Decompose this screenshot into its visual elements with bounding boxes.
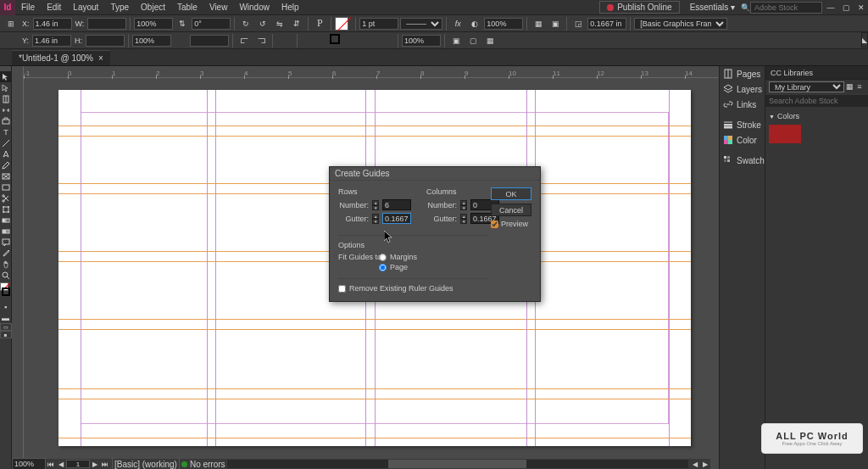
cols-number-stepper[interactable]: ▴▾ bbox=[460, 200, 467, 210]
cancel-button[interactable]: Cancel bbox=[491, 204, 531, 216]
menu-type[interactable]: Type bbox=[104, 3, 135, 12]
vertical-ruler[interactable] bbox=[12, 66, 24, 469]
menu-layout[interactable]: Layout bbox=[67, 3, 104, 12]
column-guide[interactable] bbox=[81, 90, 81, 446]
y-input[interactable] bbox=[32, 35, 71, 47]
column-guide[interactable] bbox=[207, 90, 208, 446]
rectangle-frame-tool[interactable] bbox=[0, 170, 12, 181]
selection-tool[interactable] bbox=[0, 71, 12, 82]
preview-checkbox[interactable]: Preview bbox=[491, 220, 531, 228]
control-bar-expand[interactable]: ◣ bbox=[861, 32, 868, 47]
library-menu-icon[interactable]: ≡ bbox=[854, 81, 865, 92]
library-add-icon[interactable]: ▦ bbox=[844, 81, 854, 92]
corner-radius-input[interactable] bbox=[587, 18, 626, 30]
corner-options[interactable]: ◲ bbox=[570, 17, 586, 31]
paragraph-tool[interactable]: P bbox=[312, 17, 327, 31]
zoom-tool[interactable] bbox=[0, 270, 12, 281]
scroll-right-button[interactable]: ▶ bbox=[700, 460, 710, 468]
constrain-scale[interactable]: ⇅ bbox=[175, 17, 190, 31]
gap-tool[interactable] bbox=[0, 104, 12, 115]
horizontal-ruler[interactable]: -101234567891011121314 bbox=[24, 66, 719, 78]
flip-v-button[interactable]: ⇵ bbox=[289, 17, 304, 31]
frame-fit-2[interactable]: ▢ bbox=[465, 34, 481, 47]
apply-color-button[interactable]: ▪ bbox=[0, 301, 12, 312]
publish-online-button[interactable]: Publish Online bbox=[599, 1, 679, 14]
page-number-input[interactable] bbox=[66, 460, 90, 468]
master-indicator[interactable]: [Basic] (working) bbox=[114, 460, 177, 469]
menu-window[interactable]: Window bbox=[233, 3, 275, 12]
ok-button[interactable]: OK bbox=[491, 187, 531, 200]
text-wrap-none[interactable]: ▦ bbox=[531, 17, 546, 31]
fit-page-radio[interactable] bbox=[379, 264, 387, 271]
opacity-input[interactable] bbox=[484, 18, 523, 30]
menu-edit[interactable]: Edit bbox=[41, 3, 67, 12]
menu-view[interactable]: View bbox=[203, 3, 234, 12]
panel-pages[interactable]: Pages bbox=[720, 66, 765, 81]
rotate-cw-button[interactable]: ↻ bbox=[238, 17, 253, 31]
apply-gradient-button[interactable]: ▬ bbox=[0, 312, 12, 323]
type-tool[interactable]: T bbox=[0, 126, 12, 137]
panel-swatches[interactable]: Swatches bbox=[720, 153, 765, 168]
colors-section-header[interactable]: Colors bbox=[769, 110, 865, 122]
scroll-left-button[interactable]: ◀ bbox=[690, 460, 700, 468]
w-input[interactable] bbox=[87, 18, 126, 30]
rectangle-tool[interactable] bbox=[0, 181, 12, 193]
last-spread-button[interactable]: ⏭ bbox=[100, 460, 110, 468]
column-guide[interactable] bbox=[669, 90, 670, 446]
menu-file[interactable]: File bbox=[15, 3, 41, 12]
stroke-swatch[interactable] bbox=[330, 34, 340, 44]
workspace-switcher[interactable]: Essentials ▾ bbox=[685, 3, 740, 12]
x-input[interactable] bbox=[33, 18, 72, 30]
window-close[interactable]: ✕ bbox=[854, 3, 868, 13]
frame-fit-3[interactable]: ▦ bbox=[482, 34, 498, 47]
page-tool[interactable] bbox=[0, 93, 12, 104]
prev-spread-button[interactable]: ◀ bbox=[56, 460, 66, 468]
pencil-tool[interactable] bbox=[0, 159, 12, 170]
remove-existing-checkbox[interactable]: Remove Existing Ruler Guides bbox=[338, 284, 531, 293]
close-tab-icon[interactable]: × bbox=[98, 53, 103, 63]
note-tool[interactable] bbox=[0, 237, 12, 248]
zoom-level-input[interactable] bbox=[12, 458, 46, 469]
rotate-ccw-button[interactable]: ↺ bbox=[255, 17, 270, 31]
zoom-input-2[interactable] bbox=[402, 35, 441, 47]
next-spread-button[interactable]: ▶ bbox=[90, 460, 100, 468]
direct-selection-tool[interactable] bbox=[0, 82, 12, 93]
window-maximize[interactable]: ▢ bbox=[839, 3, 853, 13]
menu-help[interactable]: Help bbox=[275, 3, 305, 12]
line-tool[interactable] bbox=[0, 137, 12, 148]
document-tab[interactable]: *Untitled-1 @ 100% × bbox=[12, 50, 110, 65]
cols-gutter-stepper[interactable]: ▴▾ bbox=[460, 214, 467, 224]
rows-number-stepper[interactable]: ▴▾ bbox=[372, 200, 379, 210]
panel-links[interactable]: Links bbox=[720, 97, 765, 112]
gradient-feather-tool[interactable] bbox=[0, 226, 12, 237]
opacity-button[interactable]: ◐ bbox=[467, 17, 482, 31]
stroke-style-select[interactable]: ——— bbox=[400, 18, 442, 30]
h-input[interactable] bbox=[86, 35, 125, 47]
eyedropper-tool[interactable] bbox=[0, 248, 12, 259]
reference-point[interactable]: ⊞ bbox=[3, 17, 19, 31]
library-color-swatch[interactable] bbox=[769, 125, 801, 143]
menu-object[interactable]: Object bbox=[135, 3, 171, 12]
rotate-input[interactable] bbox=[192, 18, 231, 30]
panel-stroke[interactable]: Stroke bbox=[720, 117, 765, 132]
panel-layers[interactable]: Layers bbox=[720, 81, 765, 97]
library-select[interactable]: My Library bbox=[769, 81, 844, 92]
flip-h-button[interactable]: ⇋ bbox=[272, 17, 287, 31]
free-transform-tool[interactable] bbox=[0, 204, 12, 215]
window-minimize[interactable]: — bbox=[824, 3, 837, 13]
pen-tool[interactable] bbox=[0, 148, 12, 159]
library-search-input[interactable] bbox=[765, 95, 868, 107]
stroke-weight-input[interactable] bbox=[359, 18, 398, 30]
preflight-status[interactable]: No errors bbox=[181, 460, 225, 469]
hand-tool[interactable] bbox=[0, 259, 12, 270]
scale-x-input[interactable] bbox=[134, 18, 173, 30]
cc-libraries-tab[interactable]: CC Libraries bbox=[765, 66, 868, 80]
scissors-tool[interactable] bbox=[0, 193, 12, 204]
fx-button[interactable]: fx bbox=[450, 17, 465, 31]
frame-fit-1[interactable]: ▣ bbox=[448, 34, 464, 47]
gradient-swatch-tool[interactable] bbox=[0, 215, 12, 226]
column-guide[interactable] bbox=[215, 90, 216, 446]
panel-color[interactable]: Color bbox=[720, 132, 765, 148]
fill-stroke-proxy[interactable] bbox=[0, 282, 12, 301]
scale-y-input[interactable] bbox=[132, 35, 171, 47]
